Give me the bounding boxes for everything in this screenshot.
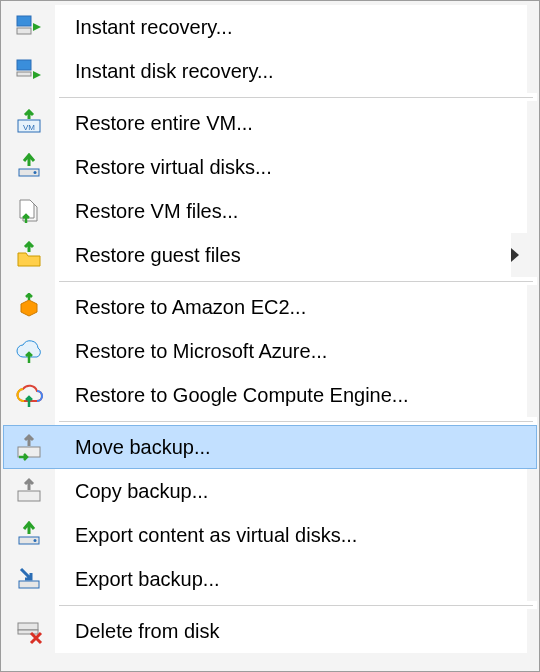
menu-item-label: Copy backup... <box>75 480 208 503</box>
icon-gutter: VM <box>3 109 55 137</box>
icon-gutter <box>3 477 55 505</box>
restore-azure-icon <box>15 337 43 365</box>
icon-gutter <box>3 521 55 549</box>
instant-recovery-icon <box>15 13 43 41</box>
menu-item-instant-recovery[interactable]: Instant recovery... <box>3 5 537 49</box>
svg-point-11 <box>34 539 37 542</box>
icon-gutter <box>3 241 55 269</box>
restore-gcp-icon <box>15 381 43 409</box>
menu-item-copy-backup[interactable]: Copy backup... <box>3 469 537 513</box>
icon-gutter <box>3 57 55 85</box>
svg-rect-3 <box>17 72 31 76</box>
menu-item-move-backup[interactable]: Move backup... <box>3 425 537 469</box>
menu-item-label: Export content as virtual disks... <box>75 524 357 547</box>
icon-gutter <box>3 617 55 645</box>
restore-vm-icon: VM <box>15 109 43 137</box>
menu-separator <box>3 93 537 101</box>
restore-vdisks-icon <box>15 153 43 181</box>
menu-separator <box>3 601 537 609</box>
instant-disk-recovery-icon <box>15 57 43 85</box>
menu-item-export-content-vdisks[interactable]: Export content as virtual disks... <box>3 513 537 557</box>
menu-item-label: Restore to Amazon EC2... <box>75 296 306 319</box>
svg-rect-13 <box>18 623 38 630</box>
menu-item-restore-amazon-ec2[interactable]: Restore to Amazon EC2... <box>3 285 537 329</box>
menu-item-restore-vm-files[interactable]: Restore VM files... <box>3 189 537 233</box>
menu-item-label: Restore virtual disks... <box>75 156 272 179</box>
menu-item-label: Restore VM files... <box>75 200 238 223</box>
menu-item-label: Restore to Microsoft Azure... <box>75 340 327 363</box>
copy-backup-icon <box>15 477 43 505</box>
svg-rect-9 <box>18 491 40 501</box>
menu-item-label: Instant disk recovery... <box>75 60 274 83</box>
icon-gutter <box>3 293 55 321</box>
context-menu: Instant recovery... Instant disk recover… <box>0 0 540 672</box>
icon-gutter <box>3 337 55 365</box>
svg-text:VM: VM <box>23 123 35 132</box>
menu-item-restore-virtual-disks[interactable]: Restore virtual disks... <box>3 145 537 189</box>
svg-point-7 <box>34 171 37 174</box>
menu-item-label: Restore entire VM... <box>75 112 253 135</box>
restore-guest-files-icon <box>15 241 43 269</box>
icon-gutter <box>3 13 55 41</box>
menu-item-label: Export backup... <box>75 568 220 591</box>
restore-amazon-icon <box>15 293 43 321</box>
menu-item-instant-disk-recovery[interactable]: Instant disk recovery... <box>3 49 537 93</box>
menu-separator <box>3 417 537 425</box>
menu-item-restore-guest-files[interactable]: Restore guest files <box>3 233 537 277</box>
icon-gutter <box>3 153 55 181</box>
menu-item-export-backup[interactable]: Export backup... <box>3 557 537 601</box>
svg-rect-12 <box>19 581 39 588</box>
menu-item-restore-google-compute[interactable]: Restore to Google Compute Engine... <box>3 373 537 417</box>
move-backup-icon <box>15 433 43 461</box>
svg-rect-2 <box>17 60 31 70</box>
menu-item-restore-microsoft-azure[interactable]: Restore to Microsoft Azure... <box>3 329 537 373</box>
export-backup-icon <box>15 565 43 593</box>
icon-gutter <box>3 433 55 461</box>
delete-from-disk-icon <box>15 617 43 645</box>
menu-item-delete-from-disk[interactable]: Delete from disk <box>3 609 537 653</box>
icon-gutter <box>3 381 55 409</box>
submenu-arrow-icon <box>511 248 519 262</box>
icon-gutter <box>3 565 55 593</box>
svg-rect-0 <box>17 16 31 26</box>
menu-item-label: Delete from disk <box>75 620 220 643</box>
restore-vmfiles-icon <box>15 197 43 225</box>
menu-item-label: Restore guest files <box>75 244 241 267</box>
svg-rect-1 <box>17 28 31 34</box>
menu-item-restore-entire-vm[interactable]: VM Restore entire VM... <box>3 101 537 145</box>
menu-item-label: Instant recovery... <box>75 16 232 39</box>
menu-separator <box>3 277 537 285</box>
svg-rect-8 <box>18 447 40 457</box>
icon-gutter <box>3 197 55 225</box>
svg-rect-14 <box>18 630 38 634</box>
export-content-icon <box>15 521 43 549</box>
menu-item-label: Move backup... <box>75 436 211 459</box>
menu-item-label: Restore to Google Compute Engine... <box>75 384 409 407</box>
